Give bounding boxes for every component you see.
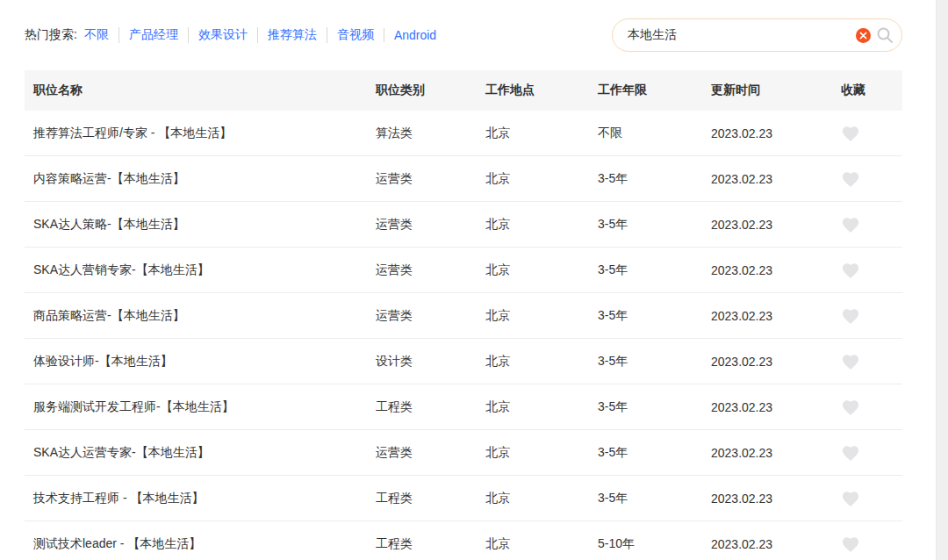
update-time-cell: 2023.02.23 — [711, 172, 841, 186]
experience-cell: 5-10年 — [598, 536, 711, 552]
clear-search-icon[interactable] — [856, 28, 871, 43]
category-cell: 运营类 — [376, 262, 485, 278]
experience-cell: 不限 — [598, 126, 711, 141]
header-update-time: 更新时间 — [711, 83, 841, 98]
update-time-cell: 2023.02.23 — [711, 446, 841, 460]
job-title-cell[interactable]: SKA达人营销专家-【本地生活】 — [25, 262, 376, 278]
hot-search-link[interactable]: 效果设计 — [188, 27, 257, 43]
job-title-cell[interactable]: 服务端测试开发工程师-【本地生活】 — [25, 399, 376, 415]
location-cell: 北京 — [485, 171, 598, 187]
category-cell: 运营类 — [376, 171, 485, 187]
favorite-heart-icon[interactable] — [841, 262, 860, 279]
table-row[interactable]: 服务端测试开发工程师-【本地生活】 工程类 北京 3-5年 2023.02.23 — [25, 384, 902, 430]
hot-search-bar: 热门搜索: 不限产品经理效果设计推荐算法音视频Android — [25, 27, 446, 43]
experience-cell: 3-5年 — [598, 308, 711, 324]
update-time-cell: 2023.02.23 — [711, 309, 841, 323]
experience-cell: 3-5年 — [598, 445, 711, 461]
table-row[interactable]: 商品策略运营-【本地生活】 运营类 北京 3-5年 2023.02.23 — [25, 293, 902, 339]
search-input[interactable] — [628, 28, 856, 42]
category-cell: 运营类 — [376, 308, 485, 324]
table-row[interactable]: 推荐算法工程师/专家 - 【本地生活】 算法类 北京 不限 2023.02.23 — [25, 111, 902, 156]
update-time-cell: 2023.02.23 — [711, 400, 841, 414]
favorite-heart-icon[interactable] — [841, 353, 860, 370]
hot-search-link[interactable]: 不限 — [84, 27, 118, 43]
category-cell: 运营类 — [376, 217, 485, 233]
update-time-cell: 2023.02.23 — [711, 126, 841, 140]
location-cell: 北京 — [485, 399, 598, 415]
location-cell: 北京 — [485, 354, 598, 370]
job-table: 职位名称 职位类别 工作地点 工作年限 更新时间 收藏 推荐算法工程师/专家 -… — [25, 70, 902, 560]
table-header-row: 职位名称 职位类别 工作地点 工作年限 更新时间 收藏 — [25, 70, 902, 111]
search-box[interactable] — [612, 18, 902, 52]
category-cell: 运营类 — [376, 445, 485, 461]
hot-search-link[interactable]: 音视频 — [327, 27, 384, 43]
header-job-title: 职位名称 — [25, 83, 376, 98]
favorite-heart-icon[interactable] — [841, 444, 860, 462]
favorite-heart-icon[interactable] — [841, 490, 860, 507]
location-cell: 北京 — [485, 491, 598, 506]
category-cell: 设计类 — [376, 354, 485, 370]
hot-search-links: 不限产品经理效果设计推荐算法音视频Android — [84, 27, 446, 43]
category-cell: 工程类 — [376, 399, 485, 415]
experience-cell: 3-5年 — [598, 491, 711, 506]
header-experience: 工作年限 — [598, 83, 711, 98]
location-cell: 北京 — [485, 445, 598, 461]
job-title-cell[interactable]: 技术支持工程师 - 【本地生活】 — [25, 491, 376, 506]
update-time-cell: 2023.02.23 — [711, 492, 841, 506]
table-row[interactable]: SKA达人策略-【本地生活】 运营类 北京 3-5年 2023.02.23 — [25, 202, 902, 248]
favorite-heart-icon[interactable] — [841, 216, 860, 233]
header-favorite: 收藏 — [841, 83, 902, 98]
job-title-cell[interactable]: 内容策略运营-【本地生活】 — [25, 171, 376, 187]
category-cell: 工程类 — [376, 536, 485, 552]
experience-cell: 3-5年 — [598, 171, 711, 187]
table-row[interactable]: 体验设计师-【本地生活】 设计类 北京 3-5年 2023.02.23 — [25, 339, 902, 384]
location-cell: 北京 — [485, 217, 598, 233]
job-title-cell[interactable]: 体验设计师-【本地生活】 — [25, 354, 376, 370]
job-title-cell[interactable]: 测试技术leader - 【本地生活】 — [25, 536, 376, 552]
table-body: 推荐算法工程师/专家 - 【本地生活】 算法类 北京 不限 2023.02.23… — [25, 111, 902, 560]
update-time-cell: 2023.02.23 — [711, 537, 841, 551]
location-cell: 北京 — [485, 308, 598, 324]
table-row[interactable]: 内容策略运营-【本地生活】 运营类 北京 3-5年 2023.02.23 — [25, 156, 902, 202]
experience-cell: 3-5年 — [598, 262, 711, 278]
favorite-heart-icon[interactable] — [841, 535, 860, 553]
favorite-heart-icon[interactable] — [841, 170, 860, 188]
experience-cell: 3-5年 — [598, 399, 711, 415]
category-cell: 算法类 — [376, 126, 485, 141]
header-category: 职位类别 — [376, 83, 485, 98]
hot-search-link[interactable]: Android — [384, 28, 446, 42]
hot-search-link[interactable]: 推荐算法 — [257, 27, 327, 43]
hot-search-label: 热门搜索: — [25, 27, 77, 43]
job-title-cell[interactable]: 商品策略运营-【本地生活】 — [25, 308, 376, 324]
search-icon[interactable] — [876, 26, 894, 44]
experience-cell: 3-5年 — [598, 354, 711, 370]
experience-cell: 3-5年 — [598, 217, 711, 233]
top-bar: 热门搜索: 不限产品经理效果设计推荐算法音视频Android — [25, 0, 902, 52]
update-time-cell: 2023.02.23 — [711, 263, 841, 277]
job-title-cell[interactable]: SKA达人运营专家-【本地生活】 — [25, 445, 376, 461]
update-time-cell: 2023.02.23 — [711, 355, 841, 369]
favorite-heart-icon[interactable] — [841, 307, 860, 325]
location-cell: 北京 — [485, 262, 598, 278]
category-cell: 工程类 — [376, 491, 485, 506]
table-row[interactable]: 测试技术leader - 【本地生活】 工程类 北京 5-10年 2023.02… — [25, 521, 902, 560]
favorite-heart-icon[interactable] — [841, 125, 860, 142]
job-title-cell[interactable]: 推荐算法工程师/专家 - 【本地生活】 — [25, 126, 376, 141]
job-title-cell[interactable]: SKA达人策略-【本地生活】 — [25, 217, 376, 233]
location-cell: 北京 — [485, 126, 598, 141]
update-time-cell: 2023.02.23 — [711, 218, 841, 232]
table-row[interactable]: SKA达人运营专家-【本地生活】 运营类 北京 3-5年 2023.02.23 — [25, 430, 902, 476]
hot-search-link[interactable]: 产品经理 — [118, 27, 188, 43]
table-row[interactable]: SKA达人营销专家-【本地生活】 运营类 北京 3-5年 2023.02.23 — [25, 248, 902, 293]
table-row[interactable]: 技术支持工程师 - 【本地生活】 工程类 北京 3-5年 2023.02.23 — [25, 476, 902, 521]
header-location: 工作地点 — [485, 83, 598, 98]
favorite-heart-icon[interactable] — [841, 398, 860, 416]
location-cell: 北京 — [485, 536, 598, 552]
scrollbar-track[interactable] — [936, 0, 948, 560]
